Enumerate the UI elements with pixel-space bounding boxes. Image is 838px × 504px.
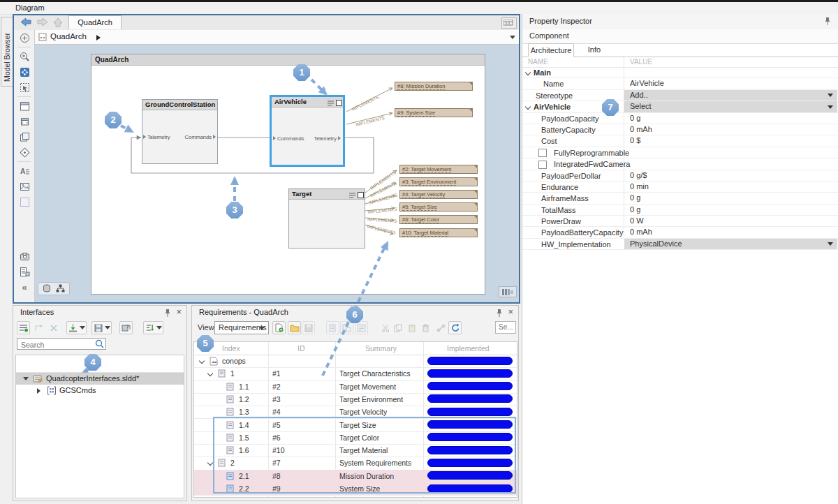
property-row-airframemass[interactable]: AirframeMass 0 g (522, 193, 838, 204)
zoom-widget-icon[interactable] (499, 286, 517, 297)
breadcrumb-item[interactable]: QuadArch (50, 32, 91, 40)
spotlight-icon[interactable] (14, 144, 35, 160)
close-icon[interactable]: × (176, 306, 182, 317)
property-row-cost[interactable]: Cost 0 $ (522, 135, 838, 147)
import-interface-button[interactable] (66, 321, 80, 334)
property-row-batterycapacity[interactable]: BatteryCapacity 0 mAh (522, 124, 838, 135)
save-interfaces-button[interactable] (91, 321, 105, 334)
requirement-tag[interactable]: #9: System Size (395, 108, 473, 117)
sort-dropdown-caret[interactable] (156, 321, 163, 334)
import-dropdown-caret[interactable] (79, 321, 87, 334)
checkbox[interactable] (538, 161, 547, 169)
requirement-row-1-1[interactable]: 1.1 #2 Target Movement (194, 380, 517, 394)
requirement-tag[interactable]: #2: Target Movement (399, 165, 478, 174)
component-target[interactable]: Target (288, 188, 365, 249)
port-gcs-commands[interactable]: Commands (185, 134, 216, 140)
requirement-tag[interactable]: #10: Target Material (399, 228, 478, 237)
breadcrumb-arrow-icon[interactable] (96, 35, 101, 40)
forward-icon[interactable] (36, 17, 50, 28)
fit-to-view-icon[interactable] (14, 64, 35, 80)
checkbox[interactable] (538, 149, 547, 157)
search-input[interactable] (20, 339, 95, 350)
requirement-row-1-4[interactable]: 1.4 #5 Target Size (194, 419, 517, 432)
copy-button[interactable] (391, 321, 404, 334)
requirement-row-1-5[interactable]: 1.5 #6 Target Color (194, 431, 517, 445)
image-icon[interactable] (14, 179, 35, 194)
new-requirement-set-button[interactable] (272, 321, 286, 334)
paste-button[interactable] (405, 321, 418, 334)
annotation-icon[interactable]: A (14, 163, 35, 179)
property-row-airvehicle-group[interactable]: AirVehicle Select (522, 101, 838, 112)
component-icon[interactable] (14, 98, 35, 114)
tab-quadarch[interactable]: QuadArch (68, 15, 122, 29)
component-groundcontrolstation[interactable]: GroundControlStation Telemetry Commands (142, 99, 218, 164)
component-box-icon[interactable] (358, 191, 364, 198)
property-row-payloadcapacity[interactable]: PayloadCapacity 0 g (522, 113, 838, 124)
add-requirement-button[interactable] (326, 321, 339, 334)
screenshot-icon[interactable] (14, 249, 35, 264)
area-icon[interactable] (14, 194, 35, 209)
requirement-row-2-2[interactable]: 2.2 #9 System Size (194, 482, 517, 496)
property-row-payloadperdollar[interactable]: PayloadPerDollar 0 g/$ (522, 170, 838, 181)
search-icon[interactable] (95, 339, 104, 348)
requirement-links-icon[interactable] (349, 191, 355, 198)
property-row-powerdraw[interactable]: PowerDraw 0 W (522, 216, 838, 227)
component-box-icon[interactable] (336, 99, 342, 105)
pin-icon[interactable] (824, 17, 831, 27)
tab-info[interactable]: Info (580, 43, 609, 57)
link-button[interactable] (434, 321, 448, 334)
requirement-tag[interactable]: #4: Target Velocity (399, 190, 478, 199)
back-icon[interactable] (20, 17, 34, 28)
tree-collapse-icon[interactable] (37, 388, 41, 394)
property-row-payloadbatterycapacity[interactable]: PayloadBatteryCapacity 0 mAh (522, 227, 838, 238)
collapse-palette-icon[interactable]: « (14, 279, 35, 295)
requirement-links-icon[interactable] (328, 99, 334, 105)
requirement-tag[interactable]: #6: Target Color (399, 215, 478, 224)
breadcrumb-dropdown-icon[interactable] (510, 36, 515, 39)
hierarchy-badge-icon[interactable] (56, 284, 65, 294)
port-air-commands[interactable]: Commands (273, 135, 304, 142)
viewport-controls-icon[interactable] (501, 17, 517, 29)
requirement-row-1-2[interactable]: 1.2 #3 Target Environment (194, 393, 517, 406)
tree-item-sldd[interactable]: QuadcopterInterfaces.sldd* (16, 373, 184, 385)
property-row-fullyreprogrammable[interactable]: FullyReprogrammable (522, 147, 838, 158)
search-input[interactable] (497, 323, 517, 332)
requirement-row-2-1[interactable]: 2.1 #8 Mission Duration (194, 470, 517, 483)
close-icon[interactable]: × (508, 306, 513, 317)
save-requirements-button[interactable] (302, 321, 315, 334)
zoom-in-icon[interactable] (14, 49, 35, 64)
tree-expand-icon[interactable] (23, 377, 29, 380)
menu-diagram[interactable]: Diagram (15, 3, 45, 12)
delete-button[interactable] (419, 321, 432, 334)
zoom-region-icon[interactable] (14, 80, 35, 95)
tree-item-gcscmds[interactable]: GCSCmds (16, 385, 184, 396)
open-in-editor-button[interactable] (119, 321, 133, 334)
pin-icon[interactable] (164, 309, 171, 319)
tab-architecture[interactable]: Architecture (528, 43, 574, 57)
requirement-row-1-6[interactable]: 1.6 #10 Target Material (194, 444, 517, 457)
add-interface-button[interactable] (17, 321, 30, 334)
view-dropdown[interactable]: Requirements (214, 321, 269, 334)
component-airvehicle[interactable]: AirVehicle Commands Telemetry (270, 95, 345, 167)
port-air-telemetry[interactable]: Telemetry (314, 135, 341, 142)
property-row-main[interactable]: Main (522, 67, 838, 78)
property-row-hw-implementation[interactable]: HW_Implementation PhysicalDevice (522, 239, 838, 250)
requirement-row-2[interactable]: 2 #7 System Requirements (194, 457, 517, 470)
interface-badge-icon[interactable] (43, 284, 51, 294)
sort-interfaces-button[interactable] (143, 321, 156, 334)
refresh-button[interactable] (448, 321, 462, 334)
save-dropdown-caret[interactable] (104, 321, 112, 334)
requirement-row-conops[interactable]: conops (194, 355, 517, 368)
requirement-row-1[interactable]: 1 #1 Target Characteristics (194, 367, 517, 380)
property-row-integratedfwdcamera[interactable]: IntegratedFwdCamera (522, 158, 838, 170)
port-gcs-telemetry[interactable]: Telemetry (143, 134, 170, 140)
link-interface-button[interactable] (32, 321, 45, 334)
profile-editor-icon[interactable] (14, 264, 35, 279)
property-row-totalmass[interactable]: TotalMass 0 g (522, 205, 838, 216)
duplicate-icon[interactable] (14, 129, 35, 144)
port-label-icon[interactable] (14, 114, 35, 129)
requirement-tag[interactable]: #3: Target Environment (399, 177, 478, 186)
requirement-tag[interactable]: #8: Mission Duration (395, 82, 473, 91)
inspector-section-component[interactable]: Component (522, 29, 838, 44)
delete-interface-button[interactable] (47, 321, 60, 334)
